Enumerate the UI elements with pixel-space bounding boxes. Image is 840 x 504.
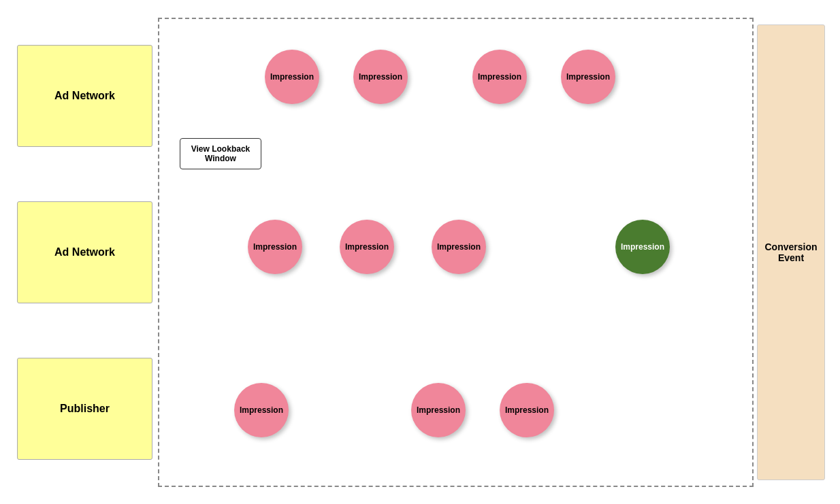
impression-circle-10: Impression [411,383,466,437]
impression-circle-1: Impression [265,50,319,104]
impression-circle-11: Impression [500,383,554,437]
ad-network-2-label: Ad Network [54,246,115,258]
publisher-label: Publisher [60,403,110,415]
conversion-event-box: Conversion Event [757,24,825,480]
conversion-event-label: Conversion Event [764,241,818,263]
impression-circle-8-green: Impression [615,220,670,274]
impression-circle-3: Impression [472,50,527,104]
impression-circle-7: Impression [432,220,486,274]
main-area: View Lookback Window Impression Impressi… [158,18,754,487]
ad-network-1-label: Ad Network [54,90,115,102]
ad-network-1-box: Ad Network [17,45,152,147]
lookback-window-button[interactable]: View Lookback Window [180,138,261,169]
impression-circle-4: Impression [561,50,615,104]
impression-circle-9: Impression [234,383,289,437]
impression-circle-6: Impression [340,220,394,274]
diagram-container: Ad Network Ad Network Publisher View Loo… [12,11,828,494]
publisher-box: Publisher [17,358,152,460]
right-panel: Conversion Event [754,11,828,494]
impression-circle-5: Impression [248,220,302,274]
left-panel: Ad Network Ad Network Publisher [12,11,158,494]
impression-circle-2: Impression [353,50,408,104]
ad-network-2-box: Ad Network [17,201,152,303]
